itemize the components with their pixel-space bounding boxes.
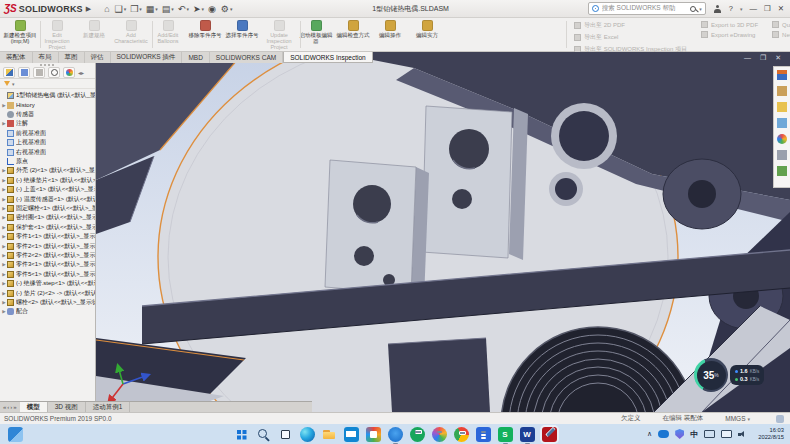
tree-item[interactable]: ▶ 密封圈<1> (默认<<默认>_显示状 bbox=[1, 213, 95, 222]
edit-inspection-methods-button[interactable]: 编辑检查方式 bbox=[335, 19, 371, 50]
tree-item[interactable]: 上视基准面 bbox=[1, 138, 95, 147]
file-explorer-icon[interactable] bbox=[322, 427, 337, 442]
export-excel-button[interactable]: 导出至 Excel bbox=[574, 33, 687, 42]
add-characteristic-button[interactable]: Add Characteristic bbox=[113, 19, 149, 50]
first-tab-arrow[interactable]: « bbox=[3, 404, 6, 410]
tree-item[interactable]: 前视基准面 bbox=[1, 129, 95, 138]
tree-item[interactable]: ▶ 注解 bbox=[1, 119, 95, 128]
save-icon[interactable]: ▦▾ bbox=[145, 2, 159, 16]
filter-caret[interactable]: ▾ bbox=[12, 81, 15, 87]
panel-tabs-overflow[interactable]: ◂▸ bbox=[78, 69, 84, 76]
remove-balloon-button[interactable]: 移除零件序号 bbox=[187, 19, 223, 50]
tree-item[interactable]: ▶ (-) 垫片 (2)<2> -> (默认<<默认>_ bbox=[1, 288, 95, 297]
close-button[interactable]: ✕ bbox=[778, 4, 784, 13]
prev-tab-arrow[interactable]: ‹ bbox=[7, 404, 9, 410]
volume-icon[interactable] bbox=[738, 429, 748, 439]
ribbon-tab[interactable]: MBD bbox=[182, 52, 209, 63]
tree-item[interactable]: ▶ (-) 绝缘垫片<1> (默认<<默认>_显 bbox=[1, 176, 95, 185]
tree-item[interactable]: ▶ 外壳 (2)<1> (默认<<默认>_显示状 bbox=[1, 166, 95, 175]
print-icon[interactable]: ▤▾ bbox=[161, 2, 175, 16]
view-palette-icon[interactable] bbox=[777, 118, 787, 128]
tree-item[interactable]: ▶ 配合 bbox=[1, 307, 95, 316]
login-user-icon[interactable] bbox=[714, 5, 722, 13]
ribbon-tab[interactable]: SOLIDWORKS CAM bbox=[210, 52, 283, 63]
file-explorer-icon[interactable] bbox=[777, 102, 787, 112]
ribbon-tab[interactable]: 装配体 bbox=[0, 52, 33, 63]
search-caret[interactable]: ▾ bbox=[699, 6, 702, 12]
doc-restore-button[interactable]: ❐ bbox=[760, 54, 766, 62]
tree-item[interactable]: 原点 bbox=[1, 157, 95, 166]
doc-close-button[interactable]: ✕ bbox=[775, 54, 781, 62]
tree-item[interactable]: ▶ 零件3<1> (默认<<默认>_显示状态 bbox=[1, 260, 95, 269]
tree-item[interactable]: ▶ 零件1<1> (默认<<默认>_显示状态 bbox=[1, 232, 95, 241]
tree-item[interactable]: ▶ 零件5<1> (默认<<默认>_显示状态 bbox=[1, 270, 95, 279]
export-2d-pdf-button[interactable]: 导出至 2D PDF bbox=[574, 21, 687, 30]
writer-app-icon[interactable]: W bbox=[520, 427, 535, 442]
new-spec-button[interactable]: 新建规格 bbox=[76, 19, 112, 50]
status-tag-icon[interactable] bbox=[776, 415, 784, 423]
forum-icon[interactable] bbox=[777, 166, 787, 176]
tree-filter[interactable]: ▾ bbox=[0, 79, 95, 89]
tree-item[interactable]: ▶ (-) 绝缘管.step<1> (默认<<默认> bbox=[1, 279, 95, 288]
appearances-scenes-icon[interactable] bbox=[777, 134, 787, 144]
doc-minimize-button[interactable]: — bbox=[744, 54, 751, 62]
rebuild-icon[interactable]: ◉ bbox=[207, 2, 218, 16]
unit-system-selector[interactable]: MMGS ▾ bbox=[725, 415, 750, 422]
select-icon[interactable]: ➤▾ bbox=[192, 2, 205, 16]
document-tab[interactable]: 运动算例1 bbox=[86, 402, 131, 412]
solidworks-app-icon[interactable] bbox=[542, 427, 557, 442]
edge-browser-icon[interactable] bbox=[300, 427, 315, 442]
edit-operations-button[interactable]: 编辑操作 bbox=[372, 19, 408, 50]
help-button[interactable]: ? bbox=[729, 4, 733, 13]
help-search-box[interactable]: 搜索 SOLIDWORKS 帮助 ▾ bbox=[588, 2, 706, 15]
configurationmanager-tab-icon[interactable] bbox=[18, 67, 30, 78]
document-tab[interactable]: 模型 bbox=[20, 402, 48, 412]
search-input[interactable]: 搜索 SOLIDWORKS 帮助 bbox=[602, 4, 687, 13]
performance-overlay[interactable]: 35 % 1.6 KB/s 0.3 KB/s bbox=[694, 358, 764, 392]
tree-item[interactable]: ▶ 零件2<1> (默认<<默认>_显示状态 bbox=[1, 241, 95, 250]
edit-inspection-project-button[interactable]: Edit Inspection Project bbox=[39, 19, 75, 50]
add-edit-balloons-button[interactable]: Add/Edit Balloons bbox=[150, 19, 186, 50]
design-library-icon[interactable] bbox=[777, 86, 787, 96]
ribbon-tab[interactable]: 草图 bbox=[59, 52, 85, 63]
tree-item[interactable]: ▶ (-) 温度传感器<1> (默认<<默认>_ bbox=[1, 194, 95, 203]
help-caret[interactable]: ▾ bbox=[740, 6, 743, 12]
new-document-icon[interactable]: ❑▾ bbox=[114, 2, 128, 16]
custom-properties-icon[interactable] bbox=[777, 150, 787, 160]
home-icon[interactable]: ⌂ bbox=[103, 2, 111, 16]
cloud-drive-icon[interactable] bbox=[388, 427, 403, 442]
document-tab[interactable]: 3D 视图 bbox=[48, 402, 86, 412]
graphics-area[interactable]: — ❐ ✕ 35 % bbox=[96, 52, 790, 412]
ribbon-tab[interactable]: SOLIDWORKS 插件 bbox=[111, 52, 183, 63]
tree-item[interactable]: 传感器 bbox=[1, 110, 95, 119]
restore-button[interactable]: ❐ bbox=[764, 4, 771, 13]
search-icon[interactable] bbox=[256, 427, 271, 442]
update-inspection-project-button[interactable]: Update Inspection Project bbox=[261, 19, 297, 50]
select-balloon-button[interactable]: 选择零件序号 bbox=[224, 19, 260, 50]
tree-item[interactable]: ▶ 零件2<2> (默认<<默认>_显示状态 bbox=[1, 251, 95, 260]
dimxpertmanager-tab-icon[interactable] bbox=[48, 67, 60, 78]
edit-vendors-button[interactable]: 编辑实方 bbox=[409, 19, 445, 50]
export-3d-pdf-button[interactable]: Export to 3D PDF bbox=[701, 21, 758, 28]
tree-item[interactable]: ▶ History bbox=[1, 101, 95, 110]
start-button-icon[interactable] bbox=[234, 427, 249, 442]
360-browser-icon[interactable] bbox=[410, 427, 425, 442]
tree-item[interactable]: ▶ 螺栓<2> (默认<<默认>_显示状态 bbox=[1, 298, 95, 307]
search-icon[interactable] bbox=[690, 6, 696, 12]
reader-app-icon[interactable] bbox=[476, 427, 491, 442]
displaymanager-tab-icon[interactable] bbox=[63, 67, 75, 78]
open-icon[interactable]: ❒▾ bbox=[129, 2, 143, 16]
options-icon[interactable]: ⚙▾ bbox=[220, 2, 234, 16]
solidworks-resources-icon[interactable] bbox=[777, 70, 787, 80]
undo-icon[interactable]: ↶▾ bbox=[177, 2, 190, 16]
qualityxpert-button[interactable]: QualityXpert bbox=[772, 21, 790, 28]
propertymanager-tab-icon[interactable] bbox=[33, 67, 45, 78]
last-tab-arrow[interactable]: » bbox=[13, 404, 16, 410]
new-inspection-project-button[interactable]: 新建检查项目 (imp;M) bbox=[2, 19, 38, 50]
ribbon-tab[interactable]: 布局 bbox=[33, 52, 59, 63]
ribbon-tab[interactable]: 评估 bbox=[85, 52, 111, 63]
chrome-icon[interactable] bbox=[454, 427, 469, 442]
launch-template-editor-button[interactable]: 启动模板编辑器 bbox=[298, 19, 334, 50]
tree-item[interactable]: ▶ 固定螺栓<1> (默认<<默认>_显示 bbox=[1, 204, 95, 213]
tree-item[interactable]: ▶ (-) 上盖<1> (默认<<默认>_显示状 bbox=[1, 185, 95, 194]
